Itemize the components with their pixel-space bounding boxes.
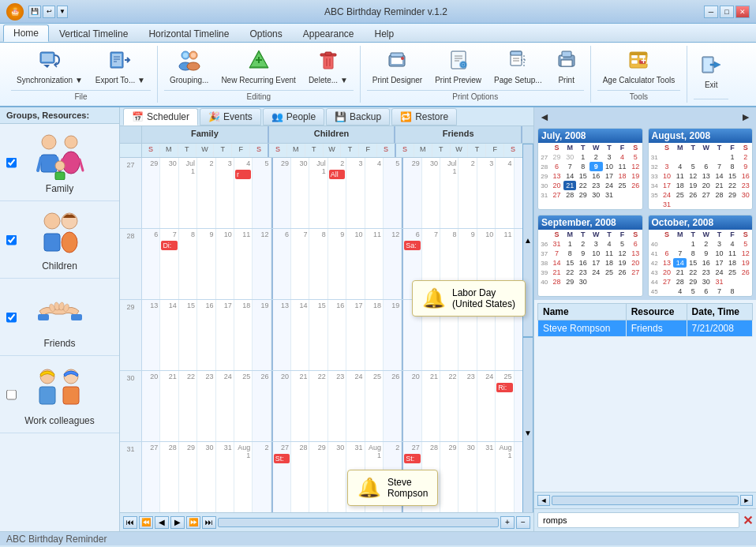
cal-day[interactable]: 27 xyxy=(661,277,674,287)
cal-day[interactable]: 5 xyxy=(739,239,752,249)
sched-day-cell[interactable]: 22 xyxy=(440,371,458,441)
friends-checkbox[interactable] xyxy=(6,312,17,322)
cal-day[interactable]: 29 xyxy=(576,190,589,200)
cal-day[interactable]: 26 xyxy=(687,190,700,200)
sched-day-cell[interactable]: 2 xyxy=(197,158,215,228)
tab-events[interactable]: 🎉 Events xyxy=(200,108,261,126)
cal-day[interactable]: 11 xyxy=(726,249,739,258)
sched-day-cell[interactable]: 12 xyxy=(253,229,271,299)
cal-day[interactable]: 27 xyxy=(550,190,563,200)
cal-day[interactable]: 5 xyxy=(629,152,642,162)
cal-day[interactable]: 7 xyxy=(563,162,577,171)
cal-day[interactable]: 24 xyxy=(661,190,674,200)
family-checkbox[interactable] xyxy=(6,157,17,167)
cal-day[interactable]: 2 xyxy=(589,152,603,162)
cal-day[interactable]: 17 xyxy=(603,171,616,181)
cal-day[interactable] xyxy=(673,200,687,209)
search-input[interactable] xyxy=(537,512,739,528)
cal-day[interactable]: 6 xyxy=(550,162,563,171)
sched-day-cell[interactable]: 16 xyxy=(197,300,215,370)
sched-day-cell[interactable]: 28 xyxy=(160,442,178,512)
nav-prev[interactable]: ◀ xyxy=(155,516,169,529)
sched-day-cell[interactable]: 16 xyxy=(328,300,346,370)
sched-day-cell[interactable]: 30 xyxy=(160,158,178,228)
page-setup-button[interactable]: Page Setup... xyxy=(488,46,548,88)
cal-day[interactable]: 25 xyxy=(726,268,739,277)
cal-day[interactable]: 3 xyxy=(603,152,616,162)
cal-day[interactable]: 20 xyxy=(629,258,642,268)
cal-day[interactable]: 29 xyxy=(687,277,700,287)
cal-day[interactable] xyxy=(673,152,687,162)
cal-day[interactable] xyxy=(726,277,739,287)
tab-options[interactable]: Options xyxy=(239,25,292,42)
sched-day-cell[interactable]: 5 xyxy=(384,158,402,228)
children-checkbox[interactable] xyxy=(6,234,17,245)
cal-day[interactable]: 21 xyxy=(550,268,563,277)
cal-day[interactable]: 18 xyxy=(616,171,629,181)
cal-day[interactable] xyxy=(673,239,687,249)
cal-day[interactable]: 10 xyxy=(603,162,616,171)
sched-day-cell[interactable]: 14 xyxy=(291,300,309,370)
cal-day[interactable] xyxy=(603,277,616,287)
sched-day-cell[interactable]: 2 xyxy=(458,158,477,228)
sched-day-cell[interactable]: 31 xyxy=(477,442,496,512)
cal-day[interactable]: 6 xyxy=(629,239,642,249)
cal-day[interactable]: 12 xyxy=(739,249,752,258)
sched-day-cell[interactable]: 3 xyxy=(346,158,365,228)
sched-day-cell[interactable]: 21 xyxy=(422,371,440,441)
cal-day[interactable]: 5 xyxy=(687,162,700,171)
work-checkbox[interactable] xyxy=(6,389,17,399)
undo-btn[interactable]: ↩ xyxy=(43,6,55,18)
sched-day-cell[interactable]: 25 xyxy=(365,371,384,441)
cal-day[interactable]: 23 xyxy=(739,181,752,190)
cal-day[interactable]: 26 xyxy=(739,268,752,277)
cal-day[interactable]: 18 xyxy=(673,181,687,190)
cal-day[interactable]: 1 xyxy=(726,152,739,162)
sched-day-cell[interactable]: 13 xyxy=(273,300,291,370)
cal-day[interactable]: 8 xyxy=(687,249,700,258)
sched-day-cell[interactable]: 29 xyxy=(440,442,458,512)
cal-day[interactable]: 1 xyxy=(576,152,589,162)
cal-day[interactable]: 5 xyxy=(687,287,700,296)
cal-day[interactable] xyxy=(687,152,700,162)
sched-day-cell[interactable]: 30 xyxy=(291,158,309,228)
delete-button[interactable]: Delete... ▼ xyxy=(303,46,354,88)
sched-day-cell[interactable]: 6 xyxy=(273,229,291,299)
cal-day[interactable]: 6 xyxy=(700,162,713,171)
cal-day[interactable]: 11 xyxy=(616,162,629,171)
cal-day[interactable] xyxy=(616,277,629,287)
sidebar-item-children[interactable]: Children xyxy=(0,201,119,279)
cal-day[interactable]: 16 xyxy=(576,258,589,268)
cal-day[interactable]: 14 xyxy=(713,171,726,181)
sched-day-cell[interactable]: 2 xyxy=(253,442,271,512)
sched-day-cell[interactable]: 4r xyxy=(234,158,253,228)
sched-day-cell[interactable]: Jul 1 xyxy=(179,158,197,228)
cal-day[interactable]: 26 xyxy=(616,268,629,277)
cal-day[interactable]: 13 xyxy=(661,258,674,268)
nav-prev-fast[interactable]: ⏪ xyxy=(139,516,153,529)
sched-day-cell[interactable]: 8 xyxy=(179,229,197,299)
nav-first[interactable]: ⏮ xyxy=(123,516,137,529)
cal-day[interactable] xyxy=(726,200,739,209)
sched-day-cell[interactable]: 22 xyxy=(179,371,197,441)
sched-day-cell[interactable]: 21 xyxy=(291,371,309,441)
sched-day-cell[interactable]: 29 xyxy=(273,158,291,228)
cal-day[interactable]: 30 xyxy=(739,190,752,200)
cal-day[interactable]: 9 xyxy=(576,249,589,258)
sched-day-cell[interactable]: 11 xyxy=(234,229,253,299)
sched-day-cell[interactable]: 30 xyxy=(422,158,440,228)
cal-day[interactable]: 3 xyxy=(713,239,726,249)
cal-day[interactable]: 12 xyxy=(629,162,642,171)
close-btn[interactable]: ✕ xyxy=(735,6,750,18)
cal-day[interactable]: 17 xyxy=(589,258,603,268)
maximize-btn[interactable]: □ xyxy=(720,6,734,18)
cal-day[interactable]: 8 xyxy=(576,162,589,171)
sched-day-cell[interactable]: 20 xyxy=(142,371,160,441)
print-designer-button[interactable]: Print Designer xyxy=(367,46,428,88)
search-clear-btn[interactable]: ✕ xyxy=(743,513,753,528)
sched-day-cell[interactable]: 29 xyxy=(309,442,327,512)
sched-day-cell[interactable]: 4 xyxy=(365,158,384,228)
table-row[interactable]: Steve Rompson Friends 7/21/2008 xyxy=(538,320,753,337)
sched-day-cell[interactable]: 8 xyxy=(309,229,327,299)
new-recurring-button[interactable]: New Recurring Event xyxy=(215,46,301,88)
